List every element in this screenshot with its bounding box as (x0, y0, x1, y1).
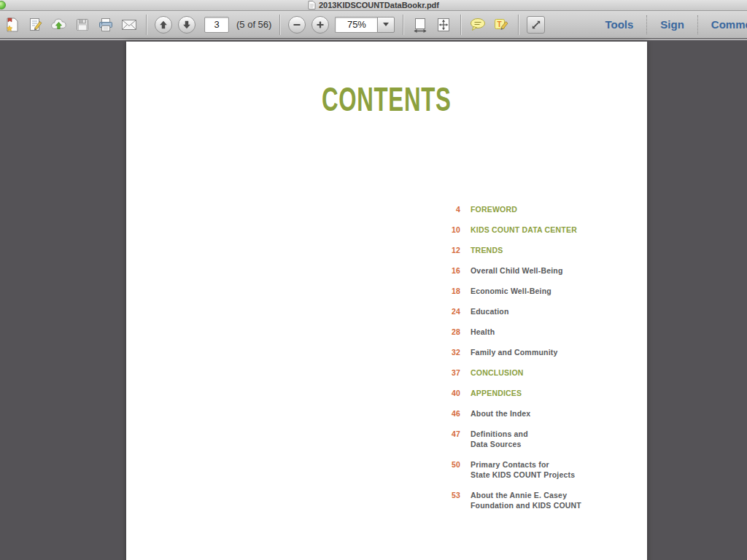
toc-page-number: 37 (429, 368, 460, 378)
toc-entry-label: APPENDICES (471, 388, 522, 398)
toc-page-number: 4 (429, 204, 460, 214)
comment-button[interactable] (468, 15, 487, 34)
toc-entry-label: Family and Community (471, 347, 558, 357)
toc-entry-label: FOREWORD (471, 204, 517, 214)
email-icon (120, 17, 138, 33)
toolbar-separator (146, 15, 147, 35)
table-of-contents: 4 FOREWORD 10 KIDS COUNT DATA CENTER 12 … (429, 204, 633, 521)
previous-page-button[interactable] (155, 16, 172, 34)
toc-page-number: 10 (429, 225, 460, 235)
print-button[interactable] (96, 15, 115, 34)
fullscreen-button[interactable] (527, 16, 545, 34)
pdf-page[interactable]: CONTENTS 4 FOREWORD 10 KIDS COUNT DATA C… (126, 42, 647, 560)
save-icon (74, 17, 90, 33)
zoom-in-button[interactable] (311, 16, 329, 34)
toc-entry-about-the-index[interactable]: 46 About the Index (429, 408, 633, 419)
toc-entry-label: Overall Child Well-Being (471, 265, 563, 276)
toc-entry-appendices[interactable]: 40 APPENDICES (429, 388, 633, 398)
text-annotation-icon: T (492, 17, 510, 33)
toc-entry-family-and-community[interactable]: 32 Family and Community (429, 347, 633, 357)
toolbar-separator (460, 15, 461, 35)
save-button[interactable] (73, 15, 92, 34)
cloud-upload-icon (50, 17, 68, 33)
toc-entry-about-annie-e-casey[interactable]: 53 About the Annie E. Casey Foundation a… (429, 490, 633, 510)
toc-entry-label: About the Annie E. Casey Foundation and … (471, 490, 581, 510)
toc-entry-economic-well-being[interactable]: 18 Economic Well-Being (429, 286, 633, 296)
toc-entry-label: CONCLUSION (471, 368, 524, 378)
create-pdf-icon (4, 17, 20, 33)
toolbar: (5 of 56) (0, 11, 747, 39)
toc-page-number: 46 (429, 408, 460, 419)
toc-page-number: 16 (429, 265, 460, 276)
page-count-label: (5 of 56) (236, 19, 271, 30)
fullscreen-icon (530, 19, 542, 31)
toc-entry-education[interactable]: 24 Education (429, 306, 633, 316)
window-title: 2013KIDSCOUNTDataBookr.pdf (319, 1, 439, 9)
window-titlebar: 2013KIDSCOUNTDataBookr.pdf (0, 0, 747, 11)
toc-page-number: 12 (429, 245, 460, 255)
comment-bubble-icon (469, 17, 487, 33)
toc-entry-primary-contacts[interactable]: 50 Primary Contacts for State KIDS COUNT… (429, 459, 633, 480)
toc-page-number: 28 (429, 327, 460, 337)
toolbar-separator (279, 15, 280, 35)
toc-entry-label: KIDS COUNT DATA CENTER (471, 225, 577, 235)
toc-page-number: 18 (429, 286, 460, 296)
toolbar-separator (403, 15, 403, 35)
next-page-button[interactable] (178, 16, 196, 34)
toc-entry-label: Education (471, 306, 509, 316)
zoom-level-input[interactable] (335, 17, 377, 33)
toc-page-number: 40 (429, 388, 460, 398)
next-page-icon (182, 20, 192, 30)
fill-sign-button[interactable] (26, 15, 45, 34)
toc-page-number: 50 (429, 459, 460, 480)
comment-panel-button[interactable]: Comment (698, 18, 747, 31)
toc-entry-label: TRENDS (471, 245, 503, 255)
fit-page-icon (436, 17, 452, 33)
chevron-down-icon (383, 23, 389, 26)
create-pdf-button[interactable] (3, 15, 22, 34)
fit-page-button[interactable] (434, 15, 453, 34)
email-button[interactable] (120, 15, 139, 34)
toolbar-separator (518, 15, 519, 35)
toc-entry-label: Health (471, 327, 495, 337)
zoom-out-button[interactable] (288, 16, 306, 34)
svg-text:T: T (498, 20, 502, 28)
toc-entry-trends[interactable]: 12 TRENDS (429, 245, 633, 255)
previous-page-icon (158, 20, 169, 30)
toc-entry-label: Economic Well-Being (471, 286, 551, 296)
document-canvas[interactable]: CONTENTS 4 FOREWORD 10 KIDS COUNT DATA C… (0, 39, 747, 560)
toc-entry-conclusion[interactable]: 37 CONCLUSION (429, 368, 633, 378)
toc-entry-label: Primary Contacts for State KIDS COUNT Pr… (471, 459, 575, 480)
toc-entry-kids-count-data-center[interactable]: 10 KIDS COUNT DATA CENTER (429, 225, 633, 235)
fit-width-button[interactable] (411, 15, 430, 34)
toc-page-number: 47 (429, 429, 460, 449)
toc-entry-overall-child-well-being[interactable]: 16 Overall Child Well-Being (429, 265, 633, 276)
toc-entry-definitions-and-data-sources[interactable]: 47 Definitions and Data Sources (429, 429, 633, 449)
tools-panel-button[interactable]: Tools (592, 18, 646, 31)
pdf-document-icon (308, 1, 316, 9)
toc-page-number: 32 (429, 347, 460, 357)
toc-entry-label: Definitions and Data Sources (471, 429, 528, 449)
toc-entry-health[interactable]: 28 Health (429, 327, 633, 337)
window-zoom-button[interactable] (0, 1, 6, 9)
fit-width-icon (412, 17, 428, 33)
zoom-in-icon (315, 20, 325, 30)
zoom-out-icon (292, 20, 302, 30)
edit-sign-icon (28, 17, 44, 33)
toc-page-number: 24 (429, 306, 460, 316)
toc-entry-foreword[interactable]: 4 FOREWORD (429, 204, 633, 214)
print-icon (97, 17, 115, 33)
toc-page-number: 53 (429, 490, 460, 510)
toc-entry-label: About the Index (471, 408, 530, 419)
text-annotation-button[interactable]: T (492, 15, 511, 34)
zoom-level-dropdown-button[interactable] (377, 17, 395, 33)
sign-panel-button[interactable]: Sign (647, 18, 697, 31)
cloud-share-button[interactable] (50, 15, 69, 34)
contents-heading: CONTENTS (322, 79, 451, 119)
page-number-input[interactable] (204, 17, 229, 33)
